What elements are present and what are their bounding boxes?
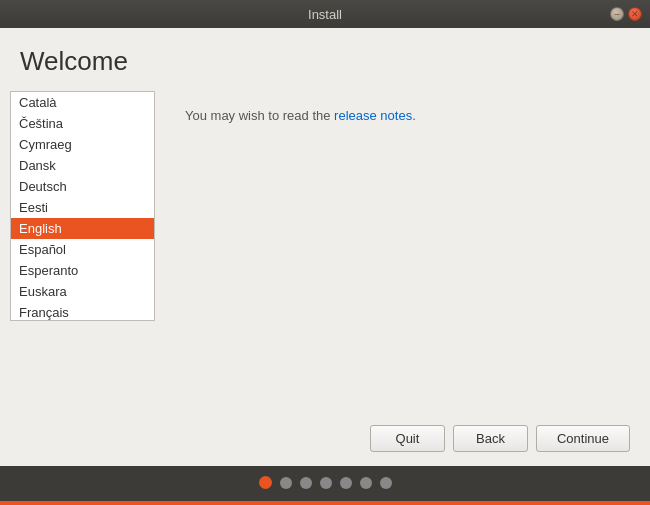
buttons-area: Quit Back Continue (0, 413, 650, 466)
main-content: Welcome CatalàČeštinaCymraegDanskDeutsch… (0, 28, 650, 466)
language-item-eesti[interactable]: Eesti (11, 197, 154, 218)
release-notes-suffix: . (412, 108, 416, 123)
language-item-espanol[interactable]: Español (11, 239, 154, 260)
content-body: CatalàČeštinaCymraegDanskDeutschEestiEng… (0, 91, 650, 413)
quit-button[interactable]: Quit (370, 425, 445, 452)
right-content: You may wish to read the release notes. (165, 91, 640, 413)
step-dot-4 (340, 477, 352, 489)
step-dot-6 (380, 477, 392, 489)
step-dot-1 (280, 477, 292, 489)
language-item-cestina[interactable]: Čeština (11, 113, 154, 134)
language-item-dansk[interactable]: Dansk (11, 155, 154, 176)
title-bar: Install – ✕ (0, 0, 650, 28)
minimize-button[interactable]: – (610, 7, 624, 21)
release-notes-text: You may wish to read the (185, 108, 334, 123)
close-button[interactable]: ✕ (628, 7, 642, 21)
language-item-cymraeg[interactable]: Cymraeg (11, 134, 154, 155)
release-notes-paragraph: You may wish to read the release notes. (185, 106, 620, 126)
language-list[interactable]: CatalàČeštinaCymraegDanskDeutschEestiEng… (10, 91, 155, 321)
language-item-english[interactable]: English (11, 218, 154, 239)
language-item-catala[interactable]: Català (11, 92, 154, 113)
language-item-deutsch[interactable]: Deutsch (11, 176, 154, 197)
language-item-francais[interactable]: Français (11, 302, 154, 321)
release-notes-link[interactable]: release notes (334, 108, 412, 123)
back-button[interactable]: Back (453, 425, 528, 452)
welcome-title: Welcome (20, 46, 630, 77)
steps-indicator (0, 466, 650, 501)
step-dot-2 (300, 477, 312, 489)
welcome-header: Welcome (0, 28, 650, 91)
step-dot-0 (259, 476, 272, 489)
step-dot-5 (360, 477, 372, 489)
step-dot-3 (320, 477, 332, 489)
window-controls: – ✕ (610, 7, 642, 21)
language-item-esperanto[interactable]: Esperanto (11, 260, 154, 281)
language-item-euskara[interactable]: Euskara (11, 281, 154, 302)
window-title: Install (308, 7, 342, 22)
bottom-bar (0, 501, 650, 505)
continue-button[interactable]: Continue (536, 425, 630, 452)
